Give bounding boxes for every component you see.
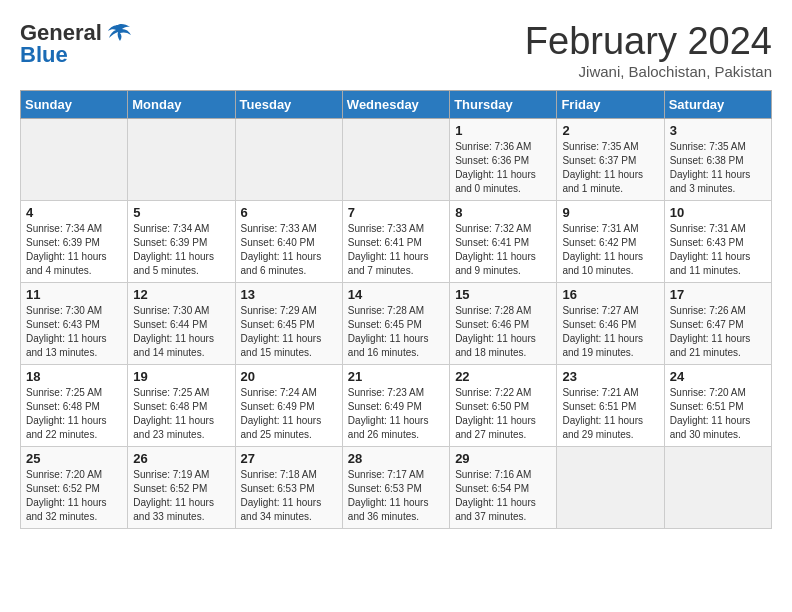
day-header-tuesday: Tuesday: [235, 91, 342, 119]
day-info: Sunrise: 7:34 AM Sunset: 6:39 PM Dayligh…: [26, 223, 107, 276]
calendar-cell: 23Sunrise: 7:21 AM Sunset: 6:51 PM Dayli…: [557, 365, 664, 447]
calendar-table: SundayMondayTuesdayWednesdayThursdayFrid…: [20, 90, 772, 529]
calendar-header-row: SundayMondayTuesdayWednesdayThursdayFrid…: [21, 91, 772, 119]
day-info: Sunrise: 7:28 AM Sunset: 6:46 PM Dayligh…: [455, 305, 536, 358]
calendar-cell: 8Sunrise: 7:32 AM Sunset: 6:41 PM Daylig…: [450, 201, 557, 283]
calendar-cell: [664, 447, 771, 529]
calendar-cell: [21, 119, 128, 201]
day-header-sunday: Sunday: [21, 91, 128, 119]
day-number: 9: [562, 205, 658, 220]
calendar-cell: 4Sunrise: 7:34 AM Sunset: 6:39 PM Daylig…: [21, 201, 128, 283]
day-info: Sunrise: 7:25 AM Sunset: 6:48 PM Dayligh…: [26, 387, 107, 440]
day-info: Sunrise: 7:21 AM Sunset: 6:51 PM Dayligh…: [562, 387, 643, 440]
calendar-week-row: 4Sunrise: 7:34 AM Sunset: 6:39 PM Daylig…: [21, 201, 772, 283]
logo: General Blue: [20, 20, 132, 68]
day-header-wednesday: Wednesday: [342, 91, 449, 119]
month-title: February 2024: [525, 20, 772, 63]
calendar-cell: 25Sunrise: 7:20 AM Sunset: 6:52 PM Dayli…: [21, 447, 128, 529]
day-info: Sunrise: 7:18 AM Sunset: 6:53 PM Dayligh…: [241, 469, 322, 522]
day-info: Sunrise: 7:23 AM Sunset: 6:49 PM Dayligh…: [348, 387, 429, 440]
day-info: Sunrise: 7:35 AM Sunset: 6:38 PM Dayligh…: [670, 141, 751, 194]
day-info: Sunrise: 7:34 AM Sunset: 6:39 PM Dayligh…: [133, 223, 214, 276]
day-number: 14: [348, 287, 444, 302]
day-number: 3: [670, 123, 766, 138]
day-info: Sunrise: 7:26 AM Sunset: 6:47 PM Dayligh…: [670, 305, 751, 358]
day-number: 10: [670, 205, 766, 220]
day-header-thursday: Thursday: [450, 91, 557, 119]
day-info: Sunrise: 7:31 AM Sunset: 6:43 PM Dayligh…: [670, 223, 751, 276]
page-header: General Blue February 2024 Jiwani, Baloc…: [20, 20, 772, 80]
day-info: Sunrise: 7:33 AM Sunset: 6:40 PM Dayligh…: [241, 223, 322, 276]
calendar-cell: 17Sunrise: 7:26 AM Sunset: 6:47 PM Dayli…: [664, 283, 771, 365]
calendar-cell: 18Sunrise: 7:25 AM Sunset: 6:48 PM Dayli…: [21, 365, 128, 447]
day-info: Sunrise: 7:25 AM Sunset: 6:48 PM Dayligh…: [133, 387, 214, 440]
day-number: 2: [562, 123, 658, 138]
day-number: 20: [241, 369, 337, 384]
calendar-week-row: 1Sunrise: 7:36 AM Sunset: 6:36 PM Daylig…: [21, 119, 772, 201]
calendar-cell: [128, 119, 235, 201]
day-info: Sunrise: 7:28 AM Sunset: 6:45 PM Dayligh…: [348, 305, 429, 358]
day-number: 22: [455, 369, 551, 384]
day-number: 13: [241, 287, 337, 302]
calendar-week-row: 11Sunrise: 7:30 AM Sunset: 6:43 PM Dayli…: [21, 283, 772, 365]
calendar-cell: 20Sunrise: 7:24 AM Sunset: 6:49 PM Dayli…: [235, 365, 342, 447]
day-info: Sunrise: 7:16 AM Sunset: 6:54 PM Dayligh…: [455, 469, 536, 522]
calendar-cell: 19Sunrise: 7:25 AM Sunset: 6:48 PM Dayli…: [128, 365, 235, 447]
day-number: 27: [241, 451, 337, 466]
location: Jiwani, Balochistan, Pakistan: [525, 63, 772, 80]
day-number: 6: [241, 205, 337, 220]
calendar-cell: 27Sunrise: 7:18 AM Sunset: 6:53 PM Dayli…: [235, 447, 342, 529]
day-info: Sunrise: 7:17 AM Sunset: 6:53 PM Dayligh…: [348, 469, 429, 522]
day-info: Sunrise: 7:24 AM Sunset: 6:49 PM Dayligh…: [241, 387, 322, 440]
day-info: Sunrise: 7:36 AM Sunset: 6:36 PM Dayligh…: [455, 141, 536, 194]
day-info: Sunrise: 7:29 AM Sunset: 6:45 PM Dayligh…: [241, 305, 322, 358]
calendar-cell: 9Sunrise: 7:31 AM Sunset: 6:42 PM Daylig…: [557, 201, 664, 283]
calendar-cell: [557, 447, 664, 529]
calendar-cell: [235, 119, 342, 201]
calendar-cell: 28Sunrise: 7:17 AM Sunset: 6:53 PM Dayli…: [342, 447, 449, 529]
day-header-friday: Friday: [557, 91, 664, 119]
calendar-week-row: 18Sunrise: 7:25 AM Sunset: 6:48 PM Dayli…: [21, 365, 772, 447]
day-info: Sunrise: 7:30 AM Sunset: 6:44 PM Dayligh…: [133, 305, 214, 358]
calendar-cell: 26Sunrise: 7:19 AM Sunset: 6:52 PM Dayli…: [128, 447, 235, 529]
day-number: 11: [26, 287, 122, 302]
calendar-cell: 16Sunrise: 7:27 AM Sunset: 6:46 PM Dayli…: [557, 283, 664, 365]
calendar-cell: 22Sunrise: 7:22 AM Sunset: 6:50 PM Dayli…: [450, 365, 557, 447]
day-number: 15: [455, 287, 551, 302]
day-number: 24: [670, 369, 766, 384]
day-number: 1: [455, 123, 551, 138]
calendar-cell: 2Sunrise: 7:35 AM Sunset: 6:37 PM Daylig…: [557, 119, 664, 201]
calendar-cell: 21Sunrise: 7:23 AM Sunset: 6:49 PM Dayli…: [342, 365, 449, 447]
calendar-cell: 29Sunrise: 7:16 AM Sunset: 6:54 PM Dayli…: [450, 447, 557, 529]
day-number: 21: [348, 369, 444, 384]
calendar-cell: 13Sunrise: 7:29 AM Sunset: 6:45 PM Dayli…: [235, 283, 342, 365]
day-info: Sunrise: 7:35 AM Sunset: 6:37 PM Dayligh…: [562, 141, 643, 194]
day-number: 16: [562, 287, 658, 302]
day-number: 23: [562, 369, 658, 384]
calendar-cell: 15Sunrise: 7:28 AM Sunset: 6:46 PM Dayli…: [450, 283, 557, 365]
day-info: Sunrise: 7:33 AM Sunset: 6:41 PM Dayligh…: [348, 223, 429, 276]
calendar-cell: 7Sunrise: 7:33 AM Sunset: 6:41 PM Daylig…: [342, 201, 449, 283]
calendar-cell: 14Sunrise: 7:28 AM Sunset: 6:45 PM Dayli…: [342, 283, 449, 365]
calendar-cell: 1Sunrise: 7:36 AM Sunset: 6:36 PM Daylig…: [450, 119, 557, 201]
day-info: Sunrise: 7:30 AM Sunset: 6:43 PM Dayligh…: [26, 305, 107, 358]
day-number: 25: [26, 451, 122, 466]
day-info: Sunrise: 7:20 AM Sunset: 6:52 PM Dayligh…: [26, 469, 107, 522]
day-number: 29: [455, 451, 551, 466]
day-number: 8: [455, 205, 551, 220]
day-header-monday: Monday: [128, 91, 235, 119]
day-number: 19: [133, 369, 229, 384]
calendar-cell: [342, 119, 449, 201]
logo-blue: Blue: [20, 42, 68, 68]
day-number: 28: [348, 451, 444, 466]
logo-bird-icon: [104, 23, 132, 43]
day-info: Sunrise: 7:32 AM Sunset: 6:41 PM Dayligh…: [455, 223, 536, 276]
day-info: Sunrise: 7:20 AM Sunset: 6:51 PM Dayligh…: [670, 387, 751, 440]
calendar-cell: 5Sunrise: 7:34 AM Sunset: 6:39 PM Daylig…: [128, 201, 235, 283]
calendar-cell: 6Sunrise: 7:33 AM Sunset: 6:40 PM Daylig…: [235, 201, 342, 283]
day-info: Sunrise: 7:22 AM Sunset: 6:50 PM Dayligh…: [455, 387, 536, 440]
day-header-saturday: Saturday: [664, 91, 771, 119]
calendar-cell: 12Sunrise: 7:30 AM Sunset: 6:44 PM Dayli…: [128, 283, 235, 365]
day-number: 4: [26, 205, 122, 220]
calendar-cell: 3Sunrise: 7:35 AM Sunset: 6:38 PM Daylig…: [664, 119, 771, 201]
